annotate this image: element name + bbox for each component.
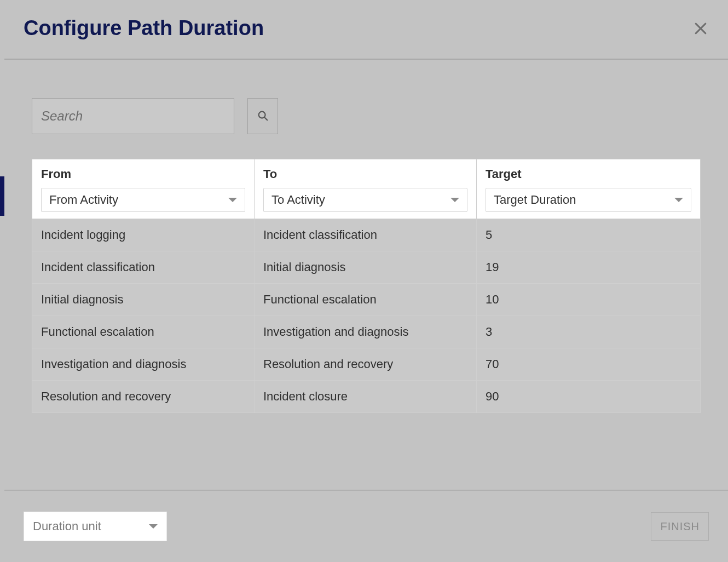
table-row[interactable]: Initial diagnosisFunctional escalation10 [32, 284, 701, 316]
table-row[interactable]: Investigation and diagnosisResolution an… [32, 348, 701, 381]
table-row[interactable]: Incident classificationInitial diagnosis… [32, 251, 701, 284]
cell-to: Incident closure [255, 381, 477, 413]
cell-to: Incident classification [255, 219, 477, 251]
duration-unit-dropdown[interactable]: Duration unit [24, 512, 167, 541]
cell-target: 5 [477, 219, 701, 251]
cell-from: Initial diagnosis [32, 284, 255, 316]
col-header-from-label: From [41, 167, 71, 181]
col-header-target: Target Target Duration [477, 159, 701, 219]
finish-button[interactable]: FINISH [651, 512, 709, 541]
col-header-to-label: To [263, 167, 277, 181]
cell-from: Incident classification [32, 251, 255, 284]
cell-from: Incident logging [32, 219, 255, 251]
cell-from: Functional escalation [32, 316, 255, 348]
col-header-from: From From Activity [32, 159, 255, 219]
cell-target: 19 [477, 251, 701, 284]
from-activity-dropdown-label: From Activity [49, 193, 118, 207]
cell-target: 3 [477, 316, 701, 348]
duration-unit-label: Duration unit [33, 519, 101, 534]
cell-from: Resolution and recovery [32, 381, 255, 413]
table-row[interactable]: Functional escalationInvestigation and d… [32, 316, 701, 348]
cell-from: Investigation and diagnosis [32, 348, 255, 381]
chevron-down-icon [149, 524, 158, 529]
cell-target: 70 [477, 348, 701, 381]
from-activity-dropdown[interactable]: From Activity [41, 188, 245, 212]
cell-target: 10 [477, 284, 701, 316]
configure-path-duration-dialog: Configure Path Duration [4, 0, 728, 562]
close-icon[interactable] [692, 20, 709, 37]
dialog-body: From From Activity To To Activity [4, 60, 728, 490]
svg-line-3 [264, 117, 267, 120]
target-duration-dropdown[interactable]: Target Duration [486, 188, 691, 212]
path-duration-table: From From Activity To To Activity [32, 159, 701, 413]
col-header-to: To To Activity [255, 159, 477, 219]
col-header-target-label: Target [486, 167, 522, 181]
chevron-down-icon [674, 198, 683, 202]
cell-to: Resolution and recovery [255, 348, 477, 381]
search-row [32, 98, 701, 134]
table-row[interactable]: Incident loggingIncident classification5 [32, 219, 701, 251]
dialog-header: Configure Path Duration [4, 0, 728, 59]
dialog-footer: Duration unit FINISH [4, 491, 728, 562]
to-activity-dropdown[interactable]: To Activity [263, 188, 467, 212]
dialog-title: Configure Path Duration [24, 16, 264, 40]
cell-to: Investigation and diagnosis [255, 316, 477, 348]
table-header-row: From From Activity To To Activity [32, 159, 701, 219]
cell-to: Initial diagnosis [255, 251, 477, 284]
chevron-down-icon [228, 198, 237, 202]
search-icon [257, 110, 269, 123]
target-duration-dropdown-label: Target Duration [494, 193, 576, 207]
cell-target: 90 [477, 381, 701, 413]
table-row[interactable]: Resolution and recoveryIncident closure9… [32, 381, 701, 413]
chevron-down-icon [450, 198, 459, 202]
search-button[interactable] [247, 98, 278, 134]
cell-to: Functional escalation [255, 284, 477, 316]
search-input[interactable] [32, 98, 234, 134]
to-activity-dropdown-label: To Activity [271, 193, 325, 207]
